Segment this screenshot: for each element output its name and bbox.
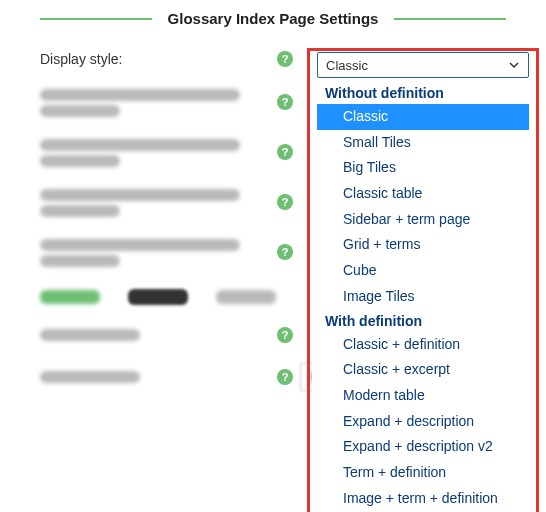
section-header: Glossary Index Page Settings (0, 0, 546, 41)
dropdown-option[interactable]: Image Tiles (317, 284, 529, 310)
dropdown-option[interactable]: Small Tiles (317, 130, 529, 156)
blurred-label (40, 187, 240, 217)
help-icon[interactable]: ? (277, 51, 293, 67)
help-icon[interactable]: ? (277, 327, 293, 343)
help-icon[interactable]: ? (277, 144, 293, 160)
help-icon[interactable]: ? (277, 194, 293, 210)
divider-right (394, 18, 506, 20)
dropdown-option[interactable]: Big Tiles (317, 155, 529, 181)
dropdown-option[interactable]: Classic table (317, 181, 529, 207)
help-icon[interactable]: ? (277, 244, 293, 260)
display-style-select-value: Classic (326, 58, 368, 73)
label-display-style: Display style: (40, 51, 122, 67)
display-style-dropdown: Classic Without definitionClassicSmall T… (312, 48, 534, 512)
display-style-select[interactable]: Classic (317, 52, 529, 78)
dropdown-option[interactable]: Classic + excerpt (317, 357, 529, 383)
dropdown-option[interactable]: Grid + terms (317, 232, 529, 258)
dropdown-option[interactable]: Image + term + definition (317, 486, 529, 512)
blurred-tab-active (128, 289, 188, 305)
blurred-label (40, 370, 200, 384)
dropdown-group-label: With definition (317, 310, 529, 332)
blurred-tab (40, 290, 100, 304)
blurred-label (40, 87, 240, 117)
blurred-tab (216, 290, 276, 304)
dropdown-option[interactable]: Sidebar + term page (317, 207, 529, 233)
blurred-label (40, 237, 240, 267)
dropdown-group-label: Without definition (317, 82, 529, 104)
dropdown-option[interactable]: Cube (317, 258, 529, 284)
help-icon[interactable]: ? (277, 369, 293, 385)
blurred-label (40, 137, 240, 167)
dropdown-option[interactable]: Classic + definition (317, 332, 529, 358)
chevron-down-icon (508, 59, 520, 71)
dropdown-option[interactable]: Classic (317, 104, 529, 130)
dropdown-option[interactable]: Term + definition (317, 460, 529, 486)
section-title: Glossary Index Page Settings (168, 10, 379, 27)
dropdown-option[interactable]: Expand + description v2 (317, 434, 529, 460)
dropdown-option[interactable]: Expand + description (317, 409, 529, 435)
dropdown-list: Without definitionClassicSmall TilesBig … (312, 80, 534, 512)
divider-left (40, 18, 152, 20)
blurred-label (40, 328, 200, 342)
help-icon[interactable]: ? (277, 94, 293, 110)
dropdown-option[interactable]: Modern table (317, 383, 529, 409)
